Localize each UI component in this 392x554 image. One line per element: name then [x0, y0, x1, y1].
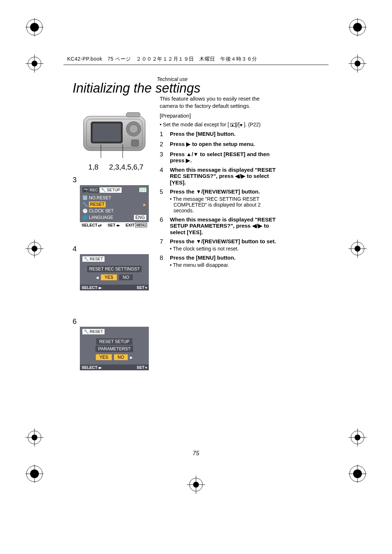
footer-select: SELECT▴▾ [82, 223, 102, 227]
prep-suffix: ]. (P22) [244, 122, 261, 127]
menu-no-reset: NO.RESET [89, 195, 111, 200]
diagram-label-right: 2,3,4,5,6,7 [106, 163, 146, 171]
lcd4-question: RESET REC SETTINGS? [87, 266, 142, 272]
yes-button-6: YES [96, 354, 112, 360]
lcd6-step-number: 6 [73, 317, 77, 326]
step-num: 1 [160, 131, 170, 138]
lcd4-step-number: 4 [73, 245, 77, 253]
right-arrow-icon: ▶ [143, 203, 146, 207]
lcd3-step-number: 3 [73, 176, 77, 184]
regmark-side-r1 [348, 54, 367, 74]
page-title: Initializing the settings [73, 81, 200, 96]
reset-tab-4-label: RESET [90, 257, 103, 261]
step-6: 6 When this message is displayed "RESET … [160, 216, 279, 235]
playback-icon [230, 123, 236, 127]
step-num: 2 [160, 141, 170, 148]
step-4: 4 When this message is displayed "RESET … [160, 167, 279, 186]
diagram-step-labels: 1,8 2,3,4,5,6,7 [80, 163, 149, 171]
regmark-bl [25, 465, 44, 483]
step-text: Press the ▼/[REVIEW/SET] button. [170, 188, 260, 195]
regmark-br [348, 465, 367, 483]
step-num: 8 [160, 254, 170, 268]
no-button-6: NO [114, 354, 128, 360]
step-3: 3 Press ▲/▼ to select [RESET] and then p… [160, 151, 279, 164]
reset-tab-6: 🔧 RESET [82, 329, 105, 334]
regmark-side-r2 [348, 240, 367, 259]
step-text: Press the [MENU] button. [170, 131, 236, 137]
setup-tab: 🔧 SETUP [99, 187, 122, 193]
step-text: Press the [MENU] button. [170, 254, 236, 261]
lcd6-question-l2: PARAMETERS? [95, 346, 133, 352]
regmark-side-l1 [25, 54, 44, 74]
camera-diagram: 1,8 2,3,4,5,6,7 [80, 109, 149, 171]
footer-set: SET◂▸ [108, 223, 120, 227]
step-num: 7 [160, 238, 170, 252]
step-num: 3 [160, 151, 170, 164]
step-5: 5 Press the ▼/[REVIEW/SET] button. The m… [160, 188, 279, 213]
step-note: The message "REC SETTING RESET COMPLETED… [173, 196, 279, 213]
step-note: The clock setting is not reset. [173, 246, 279, 252]
lcd-screen-4: 🔧 RESET RESET REC SETTINGS? ◀ YES NO SEL… [80, 254, 149, 290]
page-number: 75 [0, 450, 392, 457]
step-text: When this message is displayed "RESET RE… [170, 167, 275, 186]
svg-rect-51 [126, 113, 140, 117]
clock-icon: 🕐 [82, 208, 88, 213]
lcd-screen-6: 🔧 RESET RESET SETUP PARAMETERS? YES NO ▶… [80, 327, 149, 370]
step-note: The menu will disappear. [173, 262, 279, 268]
steps-list: 1 Press the [MENU] button. 2 Press ▶ to … [160, 131, 279, 271]
preparation-bullet: • Set the mode dial except for [ ]/[♥ ].… [160, 122, 283, 127]
reset-icon: 🔧 [82, 202, 88, 207]
right-arrow-icon-6: ▶ [130, 355, 133, 359]
regmark-tl [25, 18, 44, 36]
lcd-screen-3: 📷 REC 🔧 SETUP 2/2 🔢NO.RESET 🔧RESET▶ 🕐CLO… [80, 185, 149, 228]
step-2: 2 Press ▶ to open the setup menu. [160, 141, 279, 148]
reset-tab-6-label: RESET [90, 329, 103, 334]
left-arrow-icon: ◀ [96, 276, 99, 280]
preparation-label: [Preparation] [160, 113, 191, 119]
lcd6-question-l1: RESET SETUP [96, 338, 132, 345]
step-7: 7 Press the ▼/[REVIEW/SET] button to set… [160, 238, 279, 252]
footer-set-6: SET▾ [137, 365, 147, 370]
footer-exit: EXIT MENU [126, 223, 147, 227]
step-text: When this message is displayed "RESET SE… [170, 216, 275, 235]
footer-select-6: SELECT◂▸ [82, 365, 102, 370]
menu-clock-set: CLOCK SET [89, 208, 114, 213]
language-value: ENG [134, 215, 146, 220]
slash-sep: ]/[ [236, 122, 240, 127]
prep-prefix: • Set the mode dial except for [ [160, 122, 229, 127]
reset-tab-4: 🔧 RESET [82, 256, 105, 262]
step-num: 6 [160, 216, 170, 235]
language-icon: 🌐 [82, 215, 88, 220]
rec-tab-label: REC [90, 188, 98, 192]
manual-page: KC42-PP.book 75 ページ ２００２年１２月１９日 木曜日 午後４時… [0, 0, 392, 554]
page-indicator: 2/2 [139, 188, 146, 192]
footer-select-4: SELECT◂▸ [82, 285, 102, 290]
regmark-side-l3 [25, 428, 44, 448]
regmark-side-r3 [348, 428, 367, 448]
setup-tab-label: SETUP [107, 188, 120, 192]
footer-set-4: SET▾ [137, 285, 147, 290]
rec-tab: 📷 REC [82, 187, 99, 193]
camera-illustration [80, 109, 149, 160]
counter-icon: 🔢 [82, 195, 88, 200]
step-8: 8 Press the [MENU] button. The menu will… [160, 254, 279, 268]
step-num: 5 [160, 188, 170, 213]
regmark-tr [348, 18, 367, 36]
menu-language: LANGUAGE [89, 215, 113, 220]
step-text: Press the ▼/[REVIEW/SET] button to set. [170, 238, 276, 244]
step-text: Press ▶ to open the setup menu. [170, 141, 255, 147]
step-1: 1 Press the [MENU] button. [160, 131, 279, 138]
svg-rect-50 [131, 140, 139, 146]
regmark-bottom [187, 476, 205, 494]
menu-reset: RESET [89, 201, 106, 207]
heart-mode-icon: ♥ [240, 123, 242, 127]
regmark-side-l2 [25, 240, 44, 259]
svg-rect-47 [93, 123, 121, 142]
step-num: 4 [160, 167, 170, 186]
no-button-4: NO [119, 274, 133, 280]
step-text: Press ▲/▼ to select [RESET] and then pre… [170, 151, 270, 163]
header-divider [64, 65, 328, 65]
header-filename: KC42-PP.book 75 ページ ２００２年１２月１９日 木曜日 午後４時… [67, 56, 257, 62]
diagram-label-left: 1,8 [82, 163, 104, 171]
intro-text: This feature allows you to easily reset … [160, 95, 269, 109]
